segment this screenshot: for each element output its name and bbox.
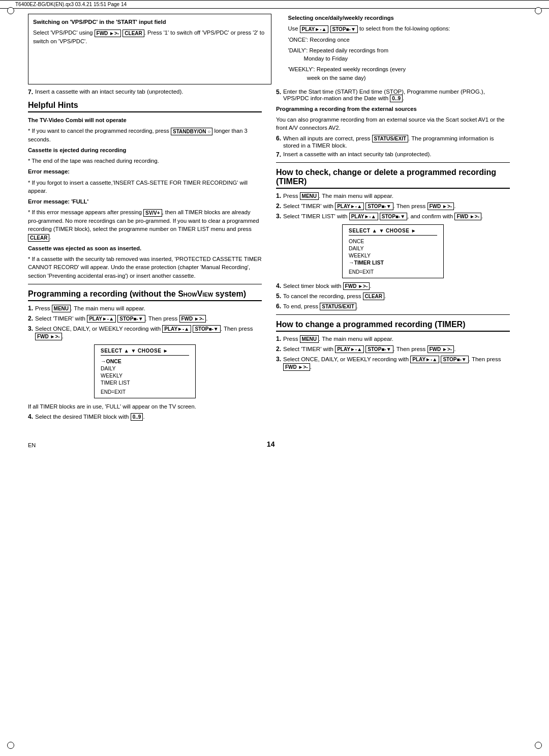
section-rule-1 [28, 284, 262, 284]
cc-step5-content: To cancel the recording, press CLEAR. [283, 293, 510, 300]
play-key-1: PLAY►-▲ [300, 25, 329, 33]
fwd-key-5: FWD ►>- [454, 213, 481, 220]
header-bar: T6400EZ-BG/DK(EN).qx3 03.4.21 15:51 Page… [0, 0, 549, 9]
tv-video-body: * If you want to cancel the programmed r… [28, 127, 262, 143]
play-key-2: PLAY►-▲ [87, 315, 116, 323]
en-label: EN [28, 442, 36, 448]
cc-step4: 4. Select timer block with FWD ►>-. [276, 282, 510, 290]
pw-step4b: 4. Select the desired TIMER block with 0… [28, 413, 262, 421]
fwd-key: FWD ►>- [95, 30, 121, 37]
clear-key-2: CLEAR [28, 234, 49, 242]
cc-step4-label: 4. [276, 282, 283, 289]
play-key-6: PLAY►-▲ [335, 345, 364, 353]
cassette-ejected-body: * The end of the tape was reached during… [28, 157, 262, 165]
tv-video-heading: The TV-Video Combi will not operate [28, 117, 127, 123]
menu-item-timer-list: TIMER LIST [101, 379, 189, 386]
reg-mark-top-right [535, 7, 542, 14]
pw-step1: 1. Press MENU. The main menu will appear… [28, 305, 262, 312]
key-09b: 0..9 [390, 95, 403, 102]
cc-step1-label: 1. [276, 192, 283, 199]
header-text: T6400EZ-BG/DK(EN).qx3 03.4.21 15:51 Page… [15, 2, 127, 7]
cc-step1-content: Press MENU. The main menu will appear. [283, 192, 510, 200]
fwd-key-4: FWD ►>- [428, 202, 454, 210]
cc-step6-label: 6. [276, 303, 283, 310]
col-left: 7. Insert a cassette with an intact secu… [28, 89, 262, 423]
menu-item-daily: DAILY [101, 365, 189, 372]
stop-key-6: STOP■-▼ [365, 345, 393, 353]
pw-step3-label: 3. [28, 325, 35, 332]
menu-item-timer-list-r: →TIMER LIST [349, 259, 437, 266]
col-right: 5. Enter the Start time (START) End time… [276, 89, 510, 423]
key-09: 0..9 [131, 413, 143, 421]
pw-step3-content: Select ONCE, DAILY, or WEEKLY recording … [35, 325, 262, 340]
cp-step1-label: 1. [276, 335, 283, 342]
top-section: Switching on 'VPS/PDC' in the 'START' in… [28, 14, 521, 84]
ext-sources-heading: Programming a recording from the externa… [276, 106, 417, 112]
cassette-ejected2-body: * If a cassette with the security tab re… [28, 255, 262, 280]
cassette-ejected2-heading: Cassette was ejected as soon as inserted… [28, 245, 141, 251]
cc-step2: 2. Select 'TIMER' with PLAY►-▲ STOP■-▼. … [276, 202, 510, 210]
step7-right: 7. Insert a cassette with an intact secu… [276, 151, 510, 158]
clear-key: CLEAR [123, 30, 144, 37]
cp-step2: 2. Select 'TIMER' with PLAY►-▲ STOP■-▼. … [276, 345, 510, 353]
menu-diagram-left-footer: END=EXIT [101, 389, 189, 395]
pw-step1-content: Press MENU. The main menu will appear. [35, 305, 262, 312]
cp-step1-content: Press MENU. The main menu will appear. [283, 335, 510, 343]
cp-step3-label: 3. [276, 356, 283, 363]
stop-key-5: STOP■-▼ [380, 213, 407, 220]
section-rule-2 [276, 162, 510, 163]
top-right-box: Selecting once/daily/weekly recordings U… [286, 14, 522, 84]
cp-step2-content: Select 'TIMER' with PLAY►-▲ STOP■-▼. The… [283, 345, 510, 353]
menu-item-once: →ONCE [101, 358, 189, 365]
stop-key-4: STOP■-▼ [365, 202, 393, 210]
fwd-key-3: FWD ►>- [35, 333, 62, 340]
pw-step4b-content: Select the desired TIMER block with 0..9… [35, 413, 262, 421]
pw-step4b-label: 4. [28, 413, 35, 420]
play-key-4: PLAY►-▲ [335, 202, 364, 210]
fwd-key-8: FWD ►>- [283, 363, 310, 371]
page-number: 14 [267, 440, 275, 448]
cc-step3: 3. Select 'TIMER LIST' with PLAY►-▲ STOP… [276, 213, 510, 220]
cc-step3-content: Select 'TIMER LIST' with PLAY►-▲ STOP■-▼… [283, 213, 510, 220]
step5-label: 5. [276, 89, 283, 96]
menu-item-once-r: ONCE [349, 238, 437, 245]
step5-content: Enter the Start time (START) End time (S… [283, 89, 510, 102]
programming-without-heading: Programming a recording (without the Sho… [28, 289, 262, 301]
page-container: T6400EZ-BG/DK(EN).qx3 03.4.21 15:51 Page… [0, 0, 549, 756]
cc-step2-content: Select 'TIMER' with PLAY►-▲ STOP■-▼. The… [283, 202, 510, 210]
status-exit-key-1: STATUS/EXIT [372, 135, 409, 142]
menu-key-1: MENU [52, 305, 71, 312]
check-change-heading: How to check, change or delete a program… [276, 168, 510, 189]
reg-mark-bottom-left [7, 742, 14, 749]
top-right-heading: Selecting once/daily/weekly recordings [288, 15, 394, 21]
cc-step6: 6. To end, press STATUS/EXIT. [276, 303, 510, 310]
cc-step6-content: To end, press STATUS/EXIT. [283, 303, 510, 310]
cc-step5-label: 5. [276, 293, 283, 300]
top-left-body: Select 'VPS/PDC' using FWD ►>- CLEAR. Pr… [33, 28, 266, 45]
top-left-heading: Switching on 'VPS/PDC' in the 'START' in… [33, 19, 166, 25]
menu-item-weekly: WEEKLY [101, 372, 189, 379]
top-right-once: 'ONCE': Recording once [288, 36, 522, 44]
step7-content: Insert a cassette with an intact securit… [35, 89, 262, 95]
reg-mark-top-left [7, 7, 14, 14]
bottom-bar: EN 14 [28, 432, 521, 448]
fwd-key-6: FWD ►>- [343, 282, 370, 290]
play-key-5: PLAY►-▲ [349, 213, 378, 220]
pw-step2: 2. Select 'TIMER' with PLAY►-▲ STOP■-▼. … [28, 315, 262, 323]
play-key-3: PLAY►-▲ [162, 325, 191, 333]
stop-key-7: STOP■-▼ [441, 356, 468, 363]
cc-step5: 5. To cancel the recording, press CLEAR. [276, 293, 510, 300]
error-full-heading: Error message: 'FULL' [28, 198, 88, 205]
menu-key-3: MENU [300, 335, 319, 343]
error-message-heading: Error message: [28, 168, 70, 175]
step6-label: 6. [276, 135, 283, 142]
pw-step2-label: 2. [28, 315, 35, 322]
top-right-daily: 'DAILY': Repeated daily recordings from … [288, 46, 522, 63]
menu-diagram-right-footer: END=EXIT [349, 269, 437, 275]
step6-content: When all inputs are correct, press STATU… [283, 135, 510, 149]
step5-right: 5. Enter the Start time (START) End time… [276, 89, 510, 102]
cp-step1: 1. Press MENU. The main menu will appear… [276, 335, 510, 343]
step7-label: 7. [28, 89, 35, 96]
menu-item-weekly-r: WEEKLY [349, 252, 437, 259]
step7-right-label: 7. [276, 151, 283, 158]
